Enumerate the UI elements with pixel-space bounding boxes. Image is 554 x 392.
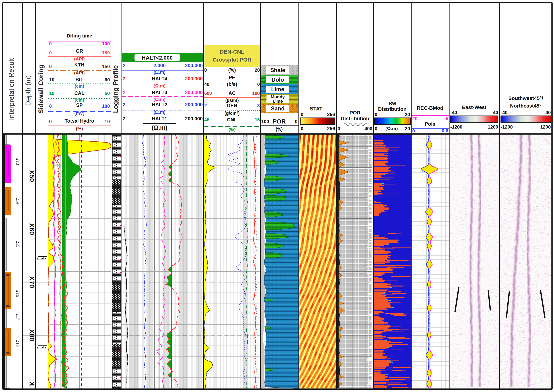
- svg-text:0.6: 0.6: [442, 128, 448, 133]
- svg-text:Rw: Rw: [389, 100, 396, 106]
- svg-text:(Ω.m): (Ω.m): [385, 126, 398, 131]
- svg-text:X70: X70: [28, 276, 36, 288]
- svg-text:2: 2: [204, 103, 207, 108]
- svg-text:Distribution: Distribution: [378, 106, 406, 112]
- svg-text:-1200: -1200: [501, 124, 513, 130]
- svg-text:217: 217: [15, 313, 20, 320]
- svg-text:100: 100: [261, 119, 269, 124]
- svg-text:200,000: 200,000: [185, 76, 203, 82]
- svg-text:CNL: CNL: [227, 117, 237, 122]
- svg-text:Distribution: Distribution: [341, 116, 369, 121]
- svg-text:0: 0: [338, 126, 340, 131]
- svg-text:-40: -40: [450, 110, 457, 115]
- svg-text:(Ω.m): (Ω.m): [152, 124, 167, 131]
- svg-text:200,000: 200,000: [185, 63, 203, 68]
- svg-text:(Ω.m): (Ω.m): [154, 70, 165, 75]
- svg-text:0: 0: [375, 112, 377, 117]
- svg-text:HALT3: HALT3: [152, 90, 167, 95]
- svg-text:HALT4: HALT4: [152, 76, 167, 82]
- svg-text:HALT1: HALT1: [152, 116, 167, 121]
- svg-text:Depth (m): Depth (m): [24, 75, 32, 106]
- svg-text:X80: X80: [28, 329, 36, 341]
- svg-text:0: 0: [49, 50, 52, 56]
- svg-text:100: 100: [252, 91, 260, 96]
- svg-text:HALT<2,000: HALT<2,000: [142, 55, 173, 61]
- svg-text:2,000: 2,000: [153, 63, 166, 68]
- svg-text:20: 20: [412, 116, 417, 121]
- svg-text:214: 214: [15, 197, 20, 204]
- svg-text:DEN: DEN: [227, 103, 237, 108]
- svg-text:Muddy: Muddy: [271, 94, 285, 99]
- svg-text:X60: X60: [28, 223, 36, 235]
- svg-text:Sand: Sand: [271, 105, 285, 112]
- svg-text:Lime: Lime: [273, 99, 283, 104]
- svg-text:0: 0: [49, 119, 52, 124]
- svg-text:Logging Profile: Logging Profile: [112, 65, 119, 113]
- svg-text:POR: POR: [350, 110, 360, 116]
- svg-text:216: 216: [15, 290, 20, 297]
- svg-text:213: 213: [15, 158, 20, 165]
- svg-text:Pois: Pois: [424, 121, 435, 127]
- svg-text:150: 150: [102, 50, 110, 56]
- svg-text:(µs/m): (µs/m): [225, 98, 239, 103]
- svg-text:0: 0: [257, 82, 260, 87]
- svg-text:(Ω.m): (Ω.m): [154, 97, 165, 102]
- svg-text:600: 600: [204, 91, 212, 96]
- svg-text:X: X: [28, 382, 36, 386]
- svg-text:Northeast45°: Northeast45°: [510, 103, 541, 109]
- svg-text:256: 256: [327, 112, 335, 117]
- svg-text:0: 0: [295, 119, 297, 124]
- svg-text:(%): (%): [229, 127, 236, 132]
- svg-text:(cm): (cm): [75, 98, 84, 103]
- svg-text:0: 0: [49, 41, 52, 46]
- svg-text:20: 20: [405, 112, 410, 117]
- svg-text:60: 60: [105, 77, 110, 82]
- svg-text:215: 215: [15, 241, 20, 247]
- svg-text:AC: AC: [229, 91, 236, 96]
- svg-text:(Ω.m): (Ω.m): [154, 83, 165, 88]
- svg-text:100: 100: [102, 41, 110, 46]
- svg-text:-40: -40: [501, 110, 508, 115]
- svg-text:POR: POR: [273, 118, 286, 125]
- svg-text:400: 400: [365, 126, 372, 131]
- svg-text:2: 2: [123, 76, 125, 82]
- svg-text:0: 0: [49, 64, 52, 69]
- svg-text:(Ω.m): (Ω.m): [154, 110, 165, 115]
- svg-text:10: 10: [49, 91, 54, 96]
- svg-text:REC-BMod: REC-BMod: [417, 105, 443, 111]
- svg-text:20: 20: [405, 126, 410, 131]
- svg-text:(API): (API): [74, 70, 85, 75]
- svg-text:Crossplot POR: Crossplot POR: [213, 57, 252, 63]
- svg-text:Southwest45°/: Southwest45°/: [508, 95, 543, 101]
- svg-text:Dolo: Dolo: [272, 77, 284, 83]
- svg-text:(%): (%): [228, 67, 236, 73]
- svg-text:Lime: Lime: [271, 86, 284, 92]
- svg-text:GR: GR: [76, 48, 83, 54]
- svg-text:60: 60: [105, 91, 110, 96]
- svg-text:218: 218: [15, 340, 20, 347]
- svg-text:2: 2: [123, 102, 125, 107]
- svg-text:1200: 1200: [488, 124, 498, 130]
- svg-text:200,000: 200,000: [185, 102, 203, 107]
- svg-text:Interpretation Result: Interpretation Result: [8, 58, 15, 120]
- svg-text:20: 20: [255, 68, 260, 73]
- svg-text:0: 0: [301, 126, 303, 131]
- svg-text:0: 0: [204, 68, 207, 73]
- svg-text:PE: PE: [229, 75, 235, 80]
- svg-text:SP: SP: [76, 103, 83, 108]
- svg-text:(g/cm³): (g/cm³): [224, 111, 239, 116]
- svg-text:256: 256: [327, 126, 335, 131]
- svg-text:(%): (%): [276, 126, 283, 132]
- svg-text:3: 3: [257, 103, 260, 108]
- svg-text:STAT: STAT: [310, 106, 323, 112]
- svg-text:(cm): (cm): [75, 84, 84, 89]
- svg-text:0: 0: [301, 112, 303, 117]
- svg-text:Sidewall Coring: Sidewall Coring: [37, 65, 45, 113]
- svg-text:2: 2: [123, 90, 125, 95]
- svg-text:(API): (API): [74, 56, 85, 61]
- svg-text:CAL: CAL: [74, 91, 85, 96]
- svg-text:1200: 1200: [540, 124, 551, 130]
- svg-text:2: 2: [123, 116, 125, 121]
- svg-text:40: 40: [546, 110, 551, 115]
- svg-text:Shale: Shale: [270, 67, 285, 73]
